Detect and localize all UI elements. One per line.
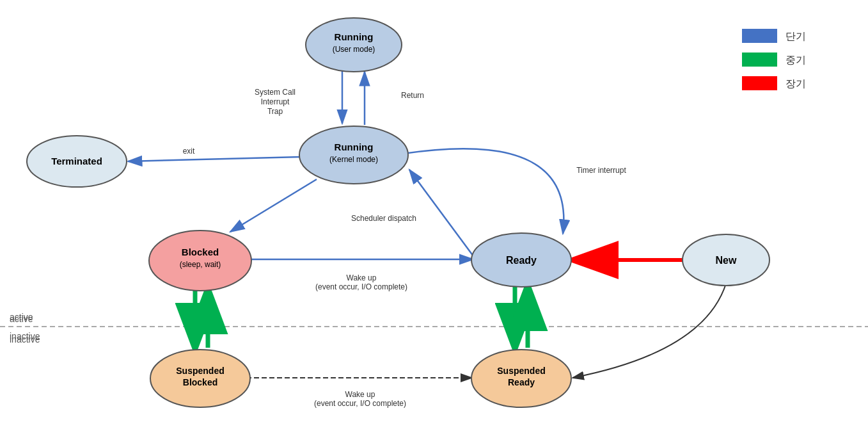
- arrow-to-blocked: [230, 179, 317, 232]
- label-wake-up-blocked1: Wake up: [347, 273, 377, 282]
- running-kernel-label: Running: [335, 142, 374, 152]
- blocked-sublabel: (sleep, wait): [180, 260, 221, 269]
- label-interrupt: Interrupt: [261, 97, 290, 106]
- label-trap: Trap: [267, 107, 283, 116]
- label-timer-interrupt: Timer interrupt: [576, 166, 626, 175]
- running-user-sublabel: (User mode): [333, 45, 375, 54]
- label-wake-up-blocked2: (event occur, I/O complete): [315, 282, 407, 291]
- legend-label-장기: 장기: [785, 78, 806, 89]
- legend-label-단기: 단기: [785, 31, 806, 42]
- suspended-blocked-label: Suspended: [176, 366, 224, 376]
- ready-label: Ready: [506, 255, 537, 266]
- suspended-blocked-label2: Blocked: [183, 377, 217, 387]
- inactive-zone-label: inactive: [10, 331, 40, 341]
- terminated-label: Terminated: [51, 156, 102, 166]
- legend-box-단기: [742, 29, 777, 43]
- new-label: New: [716, 255, 737, 266]
- label-syscall: System Call: [255, 88, 296, 97]
- arrow-new-to-suspended-ready: [572, 284, 726, 378]
- label-return: Return: [401, 91, 424, 100]
- legend-box-장기: [742, 76, 777, 90]
- label-wake-up-suspended2: (event occur, I/O complete): [314, 399, 406, 408]
- label-wake-up-suspended1: Wake up: [345, 390, 375, 399]
- suspended-ready-label2: Ready: [508, 377, 535, 387]
- active-zone-label: active: [10, 314, 33, 324]
- arrow-exit: [128, 157, 301, 161]
- legend-box-중기: [742, 53, 777, 67]
- arrow-timer-interrupt: [403, 149, 564, 234]
- label-exit: exit: [183, 147, 195, 156]
- suspended-ready-label: Suspended: [497, 366, 545, 376]
- running-user-label: Running: [335, 31, 374, 42]
- blocked-label: Blocked: [182, 247, 219, 257]
- arrow-scheduler-dispatch: [409, 170, 473, 256]
- legend-label-중기: 중기: [785, 54, 806, 65]
- label-scheduler-dispatch: Scheduler dispatch: [351, 214, 416, 223]
- running-kernel-sublabel: (Kernel mode): [329, 155, 378, 164]
